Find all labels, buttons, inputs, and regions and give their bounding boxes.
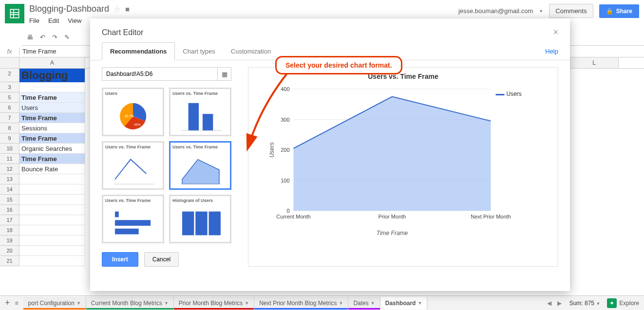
cell[interactable]: Time Frame bbox=[19, 154, 85, 164]
cell[interactable]: Time Frame bbox=[19, 113, 85, 123]
cell[interactable]: Time Frame bbox=[19, 133, 85, 143]
tab-recommendations[interactable]: Recommendations bbox=[102, 42, 175, 60]
svg-rect-31 bbox=[496, 94, 505, 95]
tab-scroll-left-icon[interactable]: ◀ bbox=[544, 300, 554, 307]
row-header[interactable]: 16 bbox=[0, 205, 19, 215]
paint-format-icon[interactable]: ✎ bbox=[64, 34, 70, 41]
user-menu-caret-icon[interactable]: ▼ bbox=[539, 9, 543, 14]
row-header[interactable]: 19 bbox=[0, 236, 19, 246]
col-header-l[interactable]: L bbox=[570, 57, 619, 68]
svg-text:Users: Users bbox=[507, 91, 522, 97]
row-header[interactable]: 15 bbox=[0, 195, 19, 205]
menu-edit[interactable]: Edit bbox=[48, 17, 59, 24]
user-email[interactable]: jesse.bouman@gmail.com bbox=[458, 7, 533, 15]
close-icon[interactable]: × bbox=[553, 27, 558, 37]
all-sheets-icon[interactable]: ≡ bbox=[15, 300, 19, 307]
cell[interactable] bbox=[19, 184, 85, 194]
cell[interactable]: Bounce Rate bbox=[19, 164, 85, 174]
sheet-tab[interactable]: Dashboard▼ bbox=[380, 297, 428, 310]
col-header-a[interactable]: A bbox=[19, 57, 85, 68]
menu-file[interactable]: File bbox=[29, 17, 39, 24]
sheet-tab[interactable]: port Configuration▼ bbox=[23, 297, 86, 310]
row-header[interactable]: 3 bbox=[0, 82, 19, 92]
rec-line[interactable]: Users vs. Time Frame bbox=[102, 141, 164, 190]
comments-button[interactable]: Comments bbox=[549, 4, 593, 18]
cell[interactable] bbox=[19, 82, 85, 92]
tab-customization[interactable]: Customization bbox=[223, 43, 279, 60]
sheet-tab[interactable]: Current Month Blog Metrics▼ bbox=[86, 297, 174, 310]
rec-area[interactable]: Users vs. Time Frame bbox=[169, 141, 231, 190]
row-header[interactable]: 5 bbox=[0, 92, 19, 103]
annotation-text: Select your desired chart format. bbox=[275, 56, 402, 74]
doc-title[interactable]: Blogging-Dashboard bbox=[29, 4, 109, 14]
row-header[interactable]: 13 bbox=[0, 174, 19, 184]
row-header[interactable]: 20 bbox=[0, 246, 19, 256]
cell[interactable] bbox=[19, 225, 85, 235]
row-header[interactable]: 14 bbox=[0, 184, 19, 195]
select-all-cell[interactable] bbox=[0, 57, 19, 68]
svg-rect-11 bbox=[115, 229, 139, 235]
tab-chart-types[interactable]: Chart types bbox=[175, 43, 223, 60]
sheet-tab[interactable]: Prior Month Blog Metrics▼ bbox=[174, 297, 254, 310]
row-header[interactable]: 21 bbox=[0, 256, 19, 266]
sum-box[interactable]: Sum: 875 ▼ bbox=[569, 300, 601, 307]
cell[interactable] bbox=[19, 215, 85, 225]
lock-icon: 🔒 bbox=[606, 8, 613, 15]
cell[interactable] bbox=[19, 205, 85, 215]
svg-text:43%: 43% bbox=[134, 123, 141, 127]
cell[interactable] bbox=[19, 256, 85, 266]
cell[interactable]: Users bbox=[19, 103, 85, 112]
cell[interactable] bbox=[19, 174, 85, 184]
svg-text:Next Prior Month: Next Prior Month bbox=[471, 214, 511, 219]
cell[interactable]: Sessions bbox=[19, 123, 85, 133]
sheet-tab[interactable]: Next Prior Month Blog Metrics▼ bbox=[254, 297, 348, 310]
cell[interactable] bbox=[19, 246, 85, 255]
cell[interactable] bbox=[19, 195, 85, 204]
row-header[interactable]: 12 bbox=[0, 164, 19, 174]
row-header[interactable]: 17 bbox=[0, 215, 19, 225]
range-input-container: ▦ bbox=[102, 67, 231, 81]
rec-title: Users vs. Time Frame bbox=[105, 145, 161, 149]
help-link[interactable]: Help bbox=[545, 48, 558, 55]
tab-scroll-right-icon[interactable]: ▶ bbox=[554, 300, 565, 307]
formula-bar[interactable]: Time Frame bbox=[19, 48, 57, 55]
explore-label[interactable]: Explore bbox=[619, 300, 639, 307]
row-header[interactable]: 10 bbox=[0, 144, 19, 154]
grid-select-icon[interactable]: ▦ bbox=[217, 68, 231, 80]
add-sheet-icon[interactable]: + bbox=[5, 298, 10, 308]
undo-icon[interactable]: ↶ bbox=[40, 34, 45, 41]
rec-hbar[interactable]: Users vs. Time Frame bbox=[102, 195, 164, 243]
menu-view[interactable]: View bbox=[68, 17, 81, 24]
insert-button[interactable]: Insert bbox=[102, 252, 138, 267]
svg-rect-3 bbox=[189, 103, 199, 131]
rec-bar[interactable]: Users vs. Time Frame bbox=[169, 88, 231, 136]
star-icon[interactable]: ☆ bbox=[114, 5, 120, 14]
rec-pie[interactable]: Users 33.7%43% bbox=[102, 88, 164, 136]
hist-thumb bbox=[172, 204, 228, 242]
cell[interactable]: Organic Searches bbox=[19, 144, 85, 153]
range-input[interactable] bbox=[102, 71, 217, 77]
modal-title: Chart Editor bbox=[102, 28, 553, 37]
row-header[interactable]: 18 bbox=[0, 225, 19, 236]
share-button[interactable]: 🔒 Share bbox=[599, 4, 639, 18]
line-thumb bbox=[105, 151, 161, 189]
sheet-tab[interactable]: Dates▼ bbox=[348, 297, 380, 310]
row-header[interactable]: 8 bbox=[0, 123, 19, 133]
folder-icon[interactable]: ■ bbox=[125, 5, 130, 13]
cancel-button[interactable]: Cancel bbox=[144, 252, 179, 267]
print-icon[interactable]: 🖶 bbox=[27, 34, 33, 41]
explore-icon[interactable]: ✦ bbox=[607, 298, 617, 308]
rec-title: Users vs. Time Frame bbox=[172, 91, 228, 96]
row-header[interactable]: 6 bbox=[0, 103, 19, 113]
cell[interactable]: Blogging bbox=[19, 69, 85, 82]
cell[interactable]: Time Frame bbox=[19, 92, 85, 102]
rec-title: Users bbox=[105, 91, 161, 96]
row-header[interactable]: 7 bbox=[0, 113, 19, 123]
rec-histogram[interactable]: Histogram of Users bbox=[169, 195, 231, 243]
row-header[interactable]: 2 bbox=[0, 69, 19, 82]
redo-icon[interactable]: ↷ bbox=[52, 34, 57, 41]
row-header[interactable]: 9 bbox=[0, 133, 19, 144]
cell[interactable] bbox=[19, 236, 85, 245]
row-header[interactable]: 11 bbox=[0, 154, 19, 164]
hbar-thumb bbox=[105, 204, 161, 242]
